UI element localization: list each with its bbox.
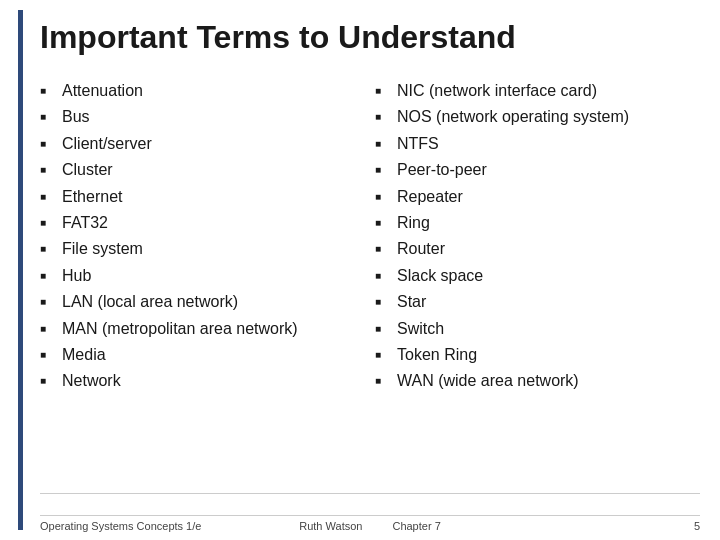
bullet-text: Repeater [397, 186, 700, 208]
footer-chapter: Chapter 7 [392, 520, 440, 532]
right-column: ■NIC (network interface card)■NOS (netwo… [375, 80, 700, 490]
footer-divider [40, 493, 700, 494]
bullet-icon: ■ [40, 242, 58, 256]
footer: Operating Systems Concepts 1/e Ruth Wats… [40, 515, 700, 532]
list-item: ■FAT32 [40, 212, 365, 234]
list-item: ■Star [375, 291, 700, 313]
bullet-text: NTFS [397, 133, 700, 155]
bullet-icon: ■ [40, 295, 58, 309]
list-item: ■Repeater [375, 186, 700, 208]
list-item: ■Attenuation [40, 80, 365, 102]
bullet-text: Slack space [397, 265, 700, 287]
bullet-text: Peer-to-peer [397, 159, 700, 181]
bullet-icon: ■ [375, 137, 393, 151]
bullet-icon: ■ [375, 84, 393, 98]
bullet-icon: ■ [375, 348, 393, 362]
list-item: ■Token Ring [375, 344, 700, 366]
bullet-icon: ■ [40, 216, 58, 230]
bullet-text: Router [397, 238, 700, 260]
bullet-text: Token Ring [397, 344, 700, 366]
list-item: ■Ethernet [40, 186, 365, 208]
bullet-icon: ■ [40, 84, 58, 98]
list-item: ■File system [40, 238, 365, 260]
bullet-text: LAN (local area network) [62, 291, 365, 313]
bullet-text: Switch [397, 318, 700, 340]
bullet-text: Client/server [62, 133, 365, 155]
bullet-icon: ■ [40, 269, 58, 283]
list-item: ■MAN (metropolitan area network) [40, 318, 365, 340]
list-item: ■NIC (network interface card) [375, 80, 700, 102]
bullet-text: Cluster [62, 159, 365, 181]
bullet-text: Bus [62, 106, 365, 128]
bullet-icon: ■ [375, 216, 393, 230]
list-item: ■WAN (wide area network) [375, 370, 700, 392]
bullet-icon: ■ [375, 163, 393, 177]
bullet-text: MAN (metropolitan area network) [62, 318, 365, 340]
bullet-text: NIC (network interface card) [397, 80, 700, 102]
slide: Important Terms to Understand ■Attenuati… [0, 0, 720, 540]
bullet-icon: ■ [375, 269, 393, 283]
list-item: ■Bus [40, 106, 365, 128]
bullet-icon: ■ [40, 322, 58, 336]
footer-page: 5 [480, 520, 700, 532]
list-item: ■Hub [40, 265, 365, 287]
content-area: ■Attenuation■Bus■Client/server■Cluster■E… [40, 80, 700, 490]
footer-author: Ruth Watson [299, 520, 362, 532]
list-item: ■Ring [375, 212, 700, 234]
bullet-icon: ■ [40, 348, 58, 362]
bullet-text: Star [397, 291, 700, 313]
list-item: ■Network [40, 370, 365, 392]
bullet-icon: ■ [375, 190, 393, 204]
bullet-icon: ■ [40, 190, 58, 204]
bullet-icon: ■ [40, 374, 58, 388]
bullet-text: Media [62, 344, 365, 366]
bullet-icon: ■ [375, 110, 393, 124]
bullet-icon: ■ [40, 110, 58, 124]
footer-center: Ruth Watson Chapter 7 [260, 520, 480, 532]
bullet-icon: ■ [40, 163, 58, 177]
footer-course-label: Operating Systems Concepts 1/e [40, 520, 201, 532]
bullet-icon: ■ [375, 374, 393, 388]
list-item: ■LAN (local area network) [40, 291, 365, 313]
bullet-text: File system [62, 238, 365, 260]
list-item: ■Client/server [40, 133, 365, 155]
list-item: ■Peer-to-peer [375, 159, 700, 181]
slide-title: Important Terms to Understand [40, 18, 700, 56]
list-item: ■Media [40, 344, 365, 366]
left-accent-bar [18, 10, 23, 530]
bullet-text: WAN (wide area network) [397, 370, 700, 392]
bullet-text: Hub [62, 265, 365, 287]
footer-course: Operating Systems Concepts 1/e [40, 520, 260, 532]
bullet-text: FAT32 [62, 212, 365, 234]
list-item: ■Router [375, 238, 700, 260]
bullet-text: Ethernet [62, 186, 365, 208]
list-item: ■Switch [375, 318, 700, 340]
list-item: ■NTFS [375, 133, 700, 155]
list-item: ■NOS (network operating system) [375, 106, 700, 128]
left-column: ■Attenuation■Bus■Client/server■Cluster■E… [40, 80, 365, 490]
bullet-text: Ring [397, 212, 700, 234]
bullet-text: NOS (network operating system) [397, 106, 700, 128]
list-item: ■Cluster [40, 159, 365, 181]
bullet-icon: ■ [375, 295, 393, 309]
list-item: ■Slack space [375, 265, 700, 287]
bullet-icon: ■ [40, 137, 58, 151]
bullet-text: Attenuation [62, 80, 365, 102]
bullet-icon: ■ [375, 322, 393, 336]
bullet-icon: ■ [375, 242, 393, 256]
bullet-text: Network [62, 370, 365, 392]
